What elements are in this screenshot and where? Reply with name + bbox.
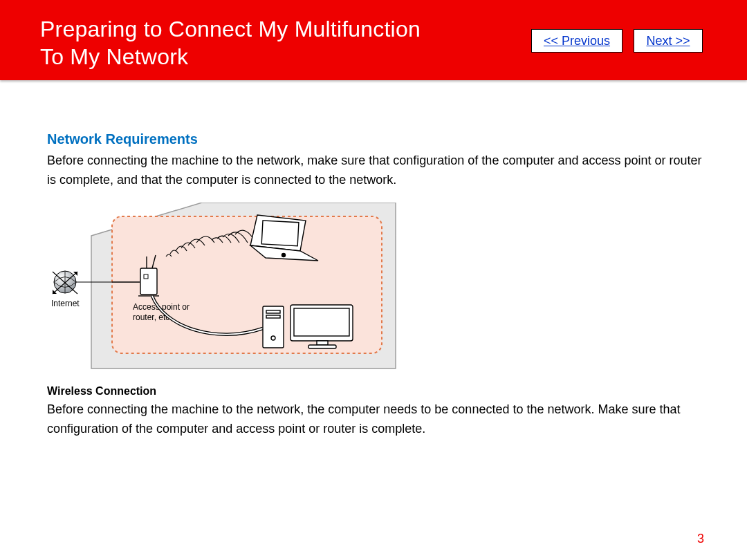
page-title: Preparing to Connect My Multifunction To… — [40, 15, 421, 71]
next-button-label: Next >> — [646, 34, 690, 48]
svg-point-16 — [282, 253, 286, 256]
next-button[interactable]: Next >> — [634, 29, 703, 53]
network-diagram: Internet Access point or router, etc. — [43, 203, 403, 375]
svg-rect-23 — [317, 341, 328, 345]
page-number: 3 — [697, 532, 704, 546]
header: Preparing to Connect My Multifunction To… — [0, 0, 747, 80]
internet-icon — [53, 271, 77, 294]
svg-rect-24 — [308, 345, 336, 348]
intro-paragraph: Before connecting the machine to the net… — [47, 151, 706, 190]
previous-button[interactable]: << Previous — [531, 29, 622, 53]
svg-rect-22 — [294, 308, 349, 336]
section-heading: Network Requirements — [47, 131, 706, 147]
page-title-line1: Preparing to Connect My Multifunction — [40, 17, 421, 41]
wireless-paragraph: Before connecting the machine to the net… — [47, 400, 706, 439]
wireless-subheading: Wireless Connection — [47, 385, 706, 398]
desktop-tower-icon — [263, 306, 284, 348]
content-area: Network Requirements Before connecting t… — [47, 131, 706, 451]
svg-rect-12 — [140, 268, 157, 295]
svg-point-20 — [271, 336, 275, 340]
internet-label: Internet — [51, 299, 80, 308]
svg-rect-19 — [266, 315, 280, 318]
previous-button-label: << Previous — [544, 34, 610, 48]
page-title-line2: To My Network — [40, 44, 188, 69]
svg-rect-15 — [261, 221, 299, 246]
svg-rect-18 — [266, 310, 280, 313]
